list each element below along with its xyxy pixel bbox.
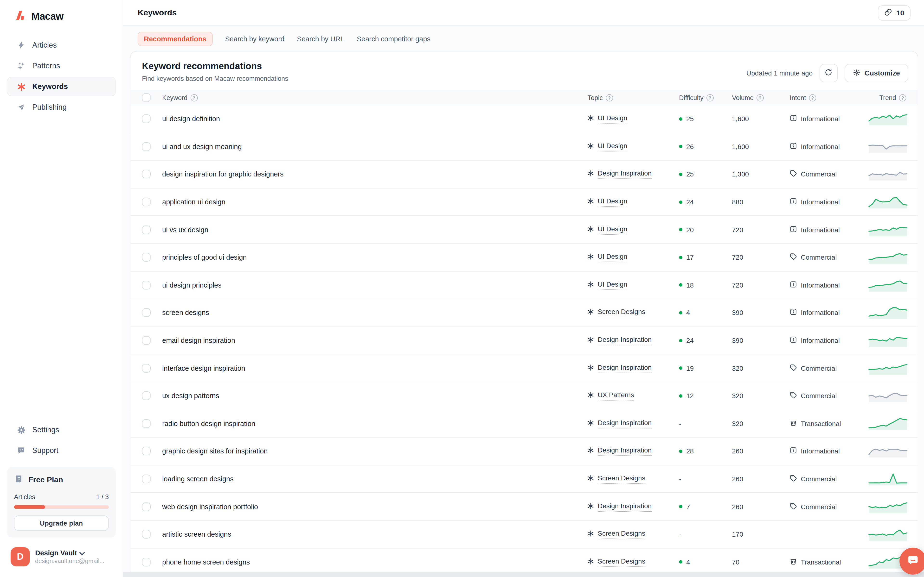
- help-icon[interactable]: ?: [706, 94, 714, 101]
- volume-cell: 880: [732, 198, 790, 206]
- help-icon[interactable]: ?: [899, 94, 906, 101]
- topic-link[interactable]: UI Design: [598, 253, 627, 262]
- topic-link[interactable]: Screen Designs: [598, 557, 645, 567]
- column-header-trend[interactable]: Trend ?: [862, 94, 908, 101]
- volume-cell: 70: [732, 558, 790, 566]
- topic-link[interactable]: Design Inspiration: [598, 363, 652, 373]
- column-header-volume[interactable]: Volume ?: [732, 94, 790, 101]
- topic-link[interactable]: Design Inspiration: [598, 446, 652, 456]
- row-checkbox[interactable]: [142, 475, 151, 483]
- sidebar-item-publishing[interactable]: Publishing: [7, 98, 116, 117]
- table-row[interactable]: phone home screen designsScreen Designs4…: [131, 548, 918, 576]
- row-checkbox[interactable]: [142, 336, 151, 345]
- topic-link[interactable]: Design Inspiration: [598, 335, 652, 345]
- topic-cell: UX Patterns: [588, 391, 679, 401]
- table-row[interactable]: screen designsScreen Designs4390Informat…: [131, 299, 918, 327]
- difficulty-dot: [679, 256, 682, 259]
- table-row[interactable]: artistic screen designsScreen Designs-17…: [131, 521, 918, 548]
- column-header-keyword[interactable]: Keyword ?: [162, 94, 588, 101]
- table-row[interactable]: ui and ux design meaningUI Design261,600…: [131, 133, 918, 161]
- table-row[interactable]: principles of good ui designUI Design177…: [131, 244, 918, 271]
- table-row[interactable]: application ui designUI Design24880Infor…: [131, 189, 918, 216]
- row-checkbox[interactable]: [142, 281, 151, 290]
- customize-button[interactable]: Customize: [844, 64, 908, 82]
- table-row[interactable]: email design inspirationDesign Inspirati…: [131, 327, 918, 355]
- row-checkbox[interactable]: [142, 308, 151, 317]
- row-checkbox[interactable]: [142, 170, 151, 179]
- sidebar-item-patterns[interactable]: Patterns: [7, 56, 116, 76]
- row-checkbox[interactable]: [142, 447, 151, 456]
- keyword-cell: ui and ux design meaning: [162, 143, 588, 150]
- table-row[interactable]: ui design principlesUI Design18720Inform…: [131, 271, 918, 299]
- topic-link[interactable]: Design Inspiration: [598, 169, 652, 179]
- row-checkbox[interactable]: [142, 115, 151, 123]
- row-checkbox[interactable]: [142, 419, 151, 428]
- topic-link[interactable]: Screen Designs: [598, 474, 645, 484]
- topic-link[interactable]: Screen Designs: [598, 308, 645, 318]
- difficulty-dot: [679, 228, 682, 231]
- row-checkbox[interactable]: [142, 253, 151, 262]
- informational-intent-icon: [790, 447, 797, 456]
- topic-link[interactable]: UI Design: [598, 197, 627, 207]
- sidebar-item-settings[interactable]: Settings: [7, 420, 116, 440]
- topic-link[interactable]: UI Design: [598, 280, 627, 290]
- intent-cell: Informational: [790, 336, 862, 345]
- row-checkbox[interactable]: [142, 364, 151, 372]
- table-row[interactable]: loading screen designsScreen Designs-260…: [131, 465, 918, 493]
- chat-launcher-button[interactable]: [900, 548, 924, 575]
- upgrade-plan-button[interactable]: Upgrade plan: [14, 516, 109, 531]
- horizontal-scrollbar[interactable]: [123, 572, 924, 577]
- help-icon[interactable]: ?: [809, 94, 816, 101]
- topic-link[interactable]: Design Inspiration: [598, 502, 652, 511]
- sidebar-item-support[interactable]: Support: [7, 441, 116, 460]
- table-row[interactable]: graphic design sites for inspirationDesi…: [131, 438, 918, 465]
- column-header-difficulty[interactable]: Difficulty ?: [679, 94, 732, 101]
- refresh-button[interactable]: [819, 64, 838, 82]
- sidebar-item-keywords[interactable]: Keywords: [7, 77, 116, 96]
- tab-search-competitor-gaps[interactable]: Search competitor gaps: [357, 32, 430, 46]
- table-row[interactable]: web design inspiration portfolioDesign I…: [131, 493, 918, 521]
- tab-recommendations[interactable]: Recommendations: [137, 32, 212, 46]
- table-row[interactable]: radio button design inspirationDesign In…: [131, 410, 918, 438]
- topic-link[interactable]: Screen Designs: [598, 529, 645, 539]
- topic-cell: Design Inspiration: [588, 502, 679, 511]
- row-checkbox[interactable]: [142, 502, 151, 511]
- tab-search-by-keyword[interactable]: Search by keyword: [225, 32, 284, 46]
- table-row[interactable]: interface design inspirationDesign Inspi…: [131, 355, 918, 382]
- table-row[interactable]: ui vs ux designUI Design20720Information…: [131, 216, 918, 244]
- select-all-checkbox[interactable]: [142, 93, 151, 102]
- help-icon[interactable]: ?: [190, 94, 197, 101]
- topic-link[interactable]: UI Design: [598, 142, 627, 152]
- row-checkbox[interactable]: [142, 392, 151, 400]
- topic-link[interactable]: Design Inspiration: [598, 419, 652, 429]
- account-switcher[interactable]: D Design Vault design.vault.one@gmail...: [0, 542, 123, 577]
- table-row[interactable]: design inspiration for graphic designers…: [131, 161, 918, 188]
- trend-sparkline: [862, 251, 908, 264]
- informational-intent-icon: [790, 142, 797, 151]
- topic-link[interactable]: UI Design: [598, 114, 627, 124]
- row-checkbox[interactable]: [142, 142, 151, 151]
- credits-badge[interactable]: 10: [878, 5, 911, 21]
- table-row[interactable]: ui design definitionUI Design251,600Info…: [131, 105, 918, 133]
- row-checkbox[interactable]: [142, 558, 151, 566]
- topic-cell: Design Inspiration: [588, 169, 679, 179]
- volume-cell: 720: [732, 254, 790, 261]
- column-header-topic[interactable]: Topic ?: [588, 94, 679, 101]
- row-checkbox[interactable]: [142, 530, 151, 538]
- table-row[interactable]: ux design patternsUX Patterns12320Commer…: [131, 382, 918, 410]
- difficulty-cell: 7: [679, 503, 732, 510]
- tab-search-by-url[interactable]: Search by URL: [297, 32, 344, 46]
- volume-cell: 720: [732, 281, 790, 289]
- difficulty-dot: [679, 145, 682, 148]
- help-icon[interactable]: ?: [606, 94, 613, 101]
- topic-asterisk-icon: [588, 336, 594, 345]
- row-checkbox[interactable]: [142, 225, 151, 234]
- row-checkbox[interactable]: [142, 198, 151, 206]
- sidebar-item-articles[interactable]: Articles: [7, 35, 116, 55]
- help-icon[interactable]: ?: [756, 94, 764, 101]
- topic-link[interactable]: UI Design: [598, 225, 627, 234]
- column-header-intent[interactable]: Intent ?: [790, 94, 862, 101]
- topic-link[interactable]: UX Patterns: [598, 391, 634, 401]
- avatar-initial: D: [17, 551, 23, 562]
- difficulty-cell: 20: [679, 226, 732, 234]
